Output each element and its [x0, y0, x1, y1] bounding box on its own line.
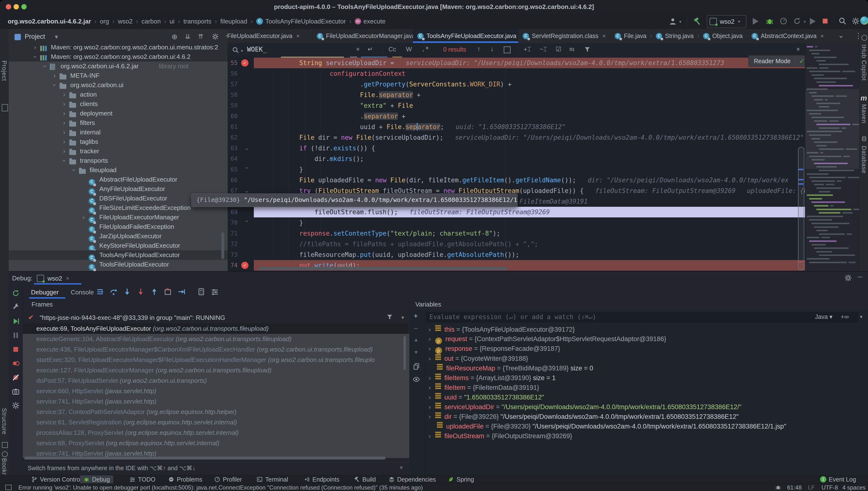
open-in-find-window-icon[interactable] — [504, 47, 511, 53]
code-line-63[interactable]: if (!dir.exists()) { — [254, 143, 805, 153]
status-error-message[interactable]: Error running 'wso2': Unable to open deb… — [19, 484, 423, 491]
toolwindow-button-spring[interactable]: Spring — [444, 475, 478, 484]
code-line-60[interactable]: .separator + — [254, 111, 805, 121]
thread-dump-icon[interactable] — [11, 387, 20, 396]
expand-chevron-icon[interactable]: › — [429, 403, 431, 411]
tree-chevron-icon[interactable]: › — [32, 42, 38, 52]
frame-row[interactable]: execute:127, FileUploadExecutorManager (… — [23, 365, 408, 376]
multiline-search-icon[interactable]: ≡ι — [569, 46, 574, 53]
inspections-ok-icon[interactable]: ✓ — [799, 57, 805, 65]
evaluate-expression-input[interactable]: Evaluate expression (↵) or add a watch (… — [425, 311, 859, 323]
stop-process-icon[interactable] — [11, 345, 20, 353]
expand-chevron-icon[interactable]: › — [429, 432, 431, 440]
line-number[interactable]: 56 — [228, 68, 245, 79]
code-with-me-icon[interactable] — [860, 17, 868, 25]
line-number[interactable]: 65 — [228, 164, 245, 175]
rerun-debug-icon[interactable] — [11, 289, 20, 297]
variable-row-fileResourceMap[interactable]: fileResourceMap = {TreeBidiMap@39189} si… — [429, 363, 593, 373]
whole-words-toggle[interactable]: W — [406, 46, 412, 53]
tree-item-anyfileuploadexecutor[interactable]: CAnyFileUploadExecutor — [9, 184, 228, 194]
code-line-66[interactable]: File uploadedFile = new File(dir, fileIt… — [254, 175, 805, 185]
tree-item-fileupload[interactable]: ›fileupload — [9, 165, 228, 175]
line-number[interactable]: 57 — [228, 79, 245, 90]
code-line-58[interactable]: File.separator + — [254, 90, 805, 100]
frames-scrollbar[interactable] — [404, 336, 406, 370]
variable-row-uploadedFile[interactable]: uploadedFile = {File@39230} "/Users/peiq… — [429, 421, 786, 431]
breadcrumb-item[interactable]: org.wso2.carbon.ui-4.6.2.jar — [8, 18, 91, 25]
close-session-icon[interactable]: × — [66, 275, 69, 282]
breadcrumb-item[interactable]: execute — [364, 18, 385, 25]
line-number[interactable]: 72 — [228, 239, 245, 249]
breakpoint-icon[interactable]: ✓ — [241, 262, 249, 269]
code-line-71[interactable]: response.setContentType("text/plain; cha… — [254, 228, 805, 239]
tree-item-tracker[interactable]: ›tracker — [9, 146, 228, 156]
coverage-button[interactable] — [793, 17, 801, 25]
reader-mode-widget[interactable]: Reader Mode ✓ — [748, 55, 805, 67]
code-line-61[interactable]: uuid + File.separator;uuid: "1.650803351… — [254, 121, 805, 132]
sidebar-stripe-project[interactable]: Project — [1, 60, 8, 81]
tab-console[interactable]: Console — [71, 289, 94, 296]
indent-setting[interactable]: 4 spaces — [842, 484, 866, 491]
debug-settings-wrench-icon[interactable] — [11, 303, 20, 311]
breadcrumb-item[interactable]: ui — [170, 18, 174, 25]
variable-row-this[interactable]: ›this = {ToolsAnyFileUploadExecutor@3917… — [429, 324, 575, 334]
match-case-toggle[interactable]: Cc — [388, 46, 396, 53]
tree-item-toolsfileuploadexecutor[interactable]: CToolsFileUploadExecutor — [9, 260, 228, 269]
debug-settings-gear-icon[interactable] — [844, 274, 852, 282]
next-occurrence-icon[interactable]: ↓ — [490, 45, 494, 53]
tree-item-clients[interactable]: ›clients — [9, 99, 228, 109]
editor-tab-servletregistration-class[interactable]: CServletRegistration.class× — [518, 29, 611, 43]
tree-item-jarzipuploadexecutor[interactable]: CJarZipUploadExecutor — [9, 231, 228, 241]
code-line-64[interactable]: dir.mkdirs(); — [254, 153, 805, 164]
tree-chevron-icon[interactable]: › — [40, 63, 50, 69]
expand-chevron-icon[interactable]: › — [429, 384, 431, 391]
expand-chevron-icon[interactable]: › — [429, 394, 431, 401]
tree-item-org-wso2-carbon-ui[interactable]: ›org.wso2.carbon.ui — [9, 80, 228, 90]
tool-window-layout-icon[interactable] — [5, 485, 11, 490]
editor-tab-object-java[interactable]: CObject.java× — [699, 29, 747, 43]
tree-item-action[interactable]: ›action — [9, 90, 228, 99]
newline-icon[interactable]: ↵ — [368, 46, 373, 53]
frame-row[interactable]: startExec:320, FileUploadExecutorManager… — [23, 355, 408, 365]
frame-row[interactable]: service:68, ProxyServlet (org.eclipse.eq… — [23, 438, 408, 449]
view-breakpoints-icon[interactable] — [11, 359, 20, 368]
breakpoint-icon[interactable]: ✓ — [241, 59, 249, 66]
thread-dropdown-icon[interactable]: ▼ — [401, 315, 405, 320]
tree-item-deployment[interactable]: ›deployment — [9, 109, 228, 118]
frame-row[interactable]: execute:436, FileUploadExecutorManager$C… — [23, 344, 408, 355]
tree-chevron-icon[interactable]: › — [60, 157, 69, 164]
frame-row[interactable]: service:37, ContextPathServletAdaptor (o… — [23, 407, 408, 417]
variable-row-fileOutStream[interactable]: ›fileOutStream = {FileOutputStream@39269… — [429, 431, 572, 441]
database-icon[interactable] — [862, 136, 867, 141]
frame-row[interactable]: service:741, HttpServlet (javax.servlet.… — [23, 396, 408, 407]
build-hammer-icon[interactable] — [693, 17, 701, 26]
stop-button[interactable] — [821, 17, 829, 25]
add-occurrence-icon[interactable]: +⌶ — [524, 46, 531, 53]
line-number[interactable]: 66 — [228, 175, 245, 185]
regex-toggle[interactable]: .* — [422, 46, 429, 53]
expand-all-icon[interactable]: ⇊ — [185, 33, 190, 40]
frame-row[interactable]: executeGeneric:104, AbstractFileUploadEx… — [23, 334, 408, 344]
fold-marker-icon[interactable]: ⌃ — [243, 164, 251, 175]
toolwindow-button-version-control[interactable]: Version Control — [28, 475, 85, 484]
step-over-icon[interactable] — [110, 288, 118, 296]
force-step-into-icon[interactable] — [137, 288, 145, 296]
thread-selector[interactable]: ✔ "https-jsse-nio-9443-exec-48"@33,339 i… — [23, 312, 409, 323]
close-tab-icon[interactable]: × — [820, 33, 824, 39]
close-search-icon[interactable]: × — [796, 46, 800, 53]
user-dropdown-icon[interactable]: ▼ — [678, 20, 682, 24]
stripe-structure[interactable]: Structure — [1, 408, 8, 435]
code-line-69[interactable]: fileOutStream.flush();fileOutStream: Fil… — [254, 207, 805, 218]
line-number[interactable]: 58 — [228, 90, 245, 100]
tree-chevron-icon[interactable]: › — [61, 99, 67, 109]
more-step-actions-icon[interactable] — [211, 288, 219, 296]
scrollbar-thumb[interactable] — [798, 147, 804, 270]
expand-chevron-icon[interactable]: › — [429, 374, 431, 381]
variable-row-fileItem[interactable]: ›fileItem = {FileItemData@39191} — [429, 382, 539, 392]
toolwindow-button-profiler[interactable]: Profiler — [211, 475, 245, 484]
toolwindow-button-todo[interactable]: TODO — [126, 475, 159, 484]
breadcrumb-item[interactable]: org — [100, 18, 109, 25]
attach-button[interactable] — [810, 18, 816, 25]
search-everywhere-icon[interactable] — [838, 17, 847, 25]
code-line-56[interactable]: configurationContext — [254, 68, 805, 79]
